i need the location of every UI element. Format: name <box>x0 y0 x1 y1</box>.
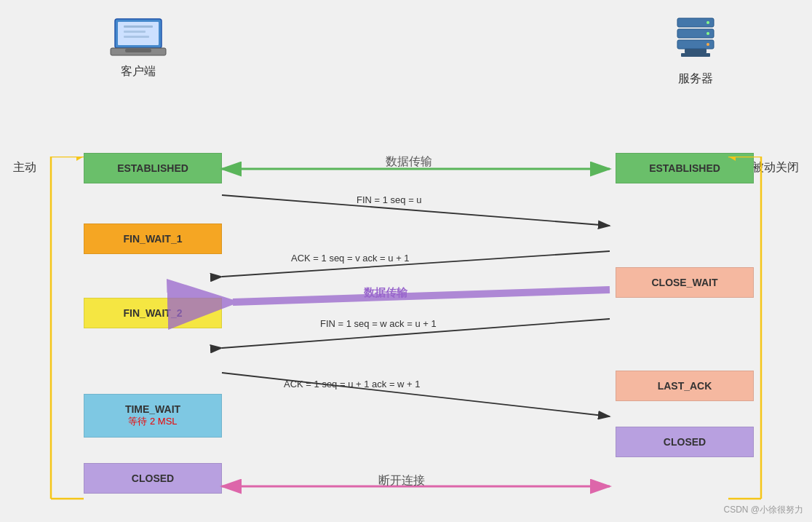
left-bracket-arrow <box>40 157 87 513</box>
svg-marker-18 <box>76 157 84 161</box>
svg-rect-4 <box>124 25 153 28</box>
server-icon: 服务器 <box>652 15 739 87</box>
state-fin-wait-1: FIN_WAIT_1 <box>84 224 222 254</box>
state-closed-left: CLOSED <box>84 463 222 494</box>
state-fin-wait-2: FIN_WAIT_2 <box>84 298 222 328</box>
label-fin2: FIN = 1 seq = w ack = u + 1 <box>320 318 437 329</box>
label-ack2: ACK = 1 seq = u + 1 ack = w + 1 <box>284 379 421 389</box>
client-label: 客户端 <box>95 64 182 79</box>
diagram-container: 客户端 主动 服务器 被动关闭 ESTABLISHED FIN_WAIT_1 <box>0 0 812 522</box>
svg-point-12 <box>706 43 709 46</box>
svg-rect-13 <box>685 49 706 53</box>
svg-rect-5 <box>124 31 146 33</box>
svg-rect-1 <box>118 22 159 45</box>
label-data-transfer-top: 数据传输 <box>386 154 432 170</box>
label-disconnect: 断开连接 <box>378 473 425 489</box>
svg-line-33 <box>233 290 610 302</box>
server-label: 服务器 <box>652 71 739 87</box>
label-ack1: ACK = 1 seq = v ack = u + 1 <box>291 253 410 264</box>
svg-rect-3 <box>125 49 151 52</box>
svg-line-32 <box>222 251 610 277</box>
right-bracket-arrow <box>725 157 772 513</box>
svg-point-10 <box>706 21 709 24</box>
watermark: CSDN @小徐很努力 <box>723 504 803 516</box>
svg-rect-14 <box>681 53 710 57</box>
state-time-wait: TIME_WAIT 等待 2 MSL <box>84 394 222 438</box>
state-established-left: ESTABLISHED <box>84 153 222 183</box>
left-state-column: ESTABLISHED FIN_WAIT_1 FIN_WAIT_2 TIME_W… <box>84 153 222 494</box>
svg-point-11 <box>706 32 709 35</box>
label-fin1: FIN = 1 seq = u <box>357 194 422 205</box>
label-zhudong: 主动 <box>13 160 36 175</box>
client-icon: 客户端 <box>95 15 182 79</box>
svg-marker-22 <box>728 157 736 161</box>
label-data-transfer-2: 数据传输 <box>364 286 407 300</box>
svg-rect-6 <box>124 36 149 38</box>
